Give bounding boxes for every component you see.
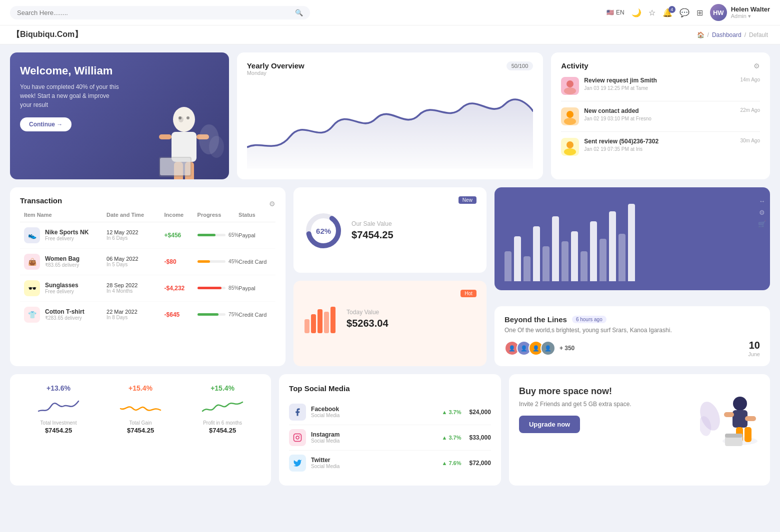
- home-icon[interactable]: 🏠: [697, 31, 704, 38]
- item-icon-2: 🕶️: [24, 280, 40, 296]
- transaction-settings-icon[interactable]: ⚙: [269, 200, 276, 208]
- search-box[interactable]: 🔍: [10, 6, 310, 19]
- activity-text-0: Review request jim Smith Jan 03 19 12:25…: [584, 77, 735, 91]
- date-main-1: 06 May 2022: [106, 256, 164, 262]
- income-0: +$456: [164, 232, 198, 239]
- stat-chart-2: [184, 396, 261, 416]
- search-input[interactable]: [17, 9, 291, 16]
- chart-icon-2[interactable]: ⚙: [759, 209, 765, 216]
- stat-value-1: $7454.25: [102, 427, 179, 434]
- status-1: Credit Card: [238, 259, 272, 265]
- beyond-title: Beyond the Lines: [504, 315, 567, 324]
- avatar: HW: [710, 4, 727, 21]
- item-sub-0: Free delivery: [45, 236, 88, 241]
- today-value: $5263.04: [346, 318, 388, 329]
- welcome-illustration: [144, 99, 224, 179]
- stat-label-2: Profit in 6 months: [184, 420, 261, 426]
- status-3: Credit Card: [238, 312, 272, 318]
- hot-badge: Hot: [460, 290, 476, 297]
- stat-item-1: +15.4% Total Gain $7454.25: [102, 384, 179, 434]
- activity-thumb-0: [561, 77, 579, 95]
- activity-item-2: Sent review (504)236-7302 Jan 02 19 07:3…: [561, 138, 760, 156]
- today-mini-chart: [304, 304, 338, 334]
- continue-button[interactable]: Continue →: [20, 117, 72, 131]
- activity-text-1: New contact added Jan 02 19 03:10 PM at …: [584, 107, 735, 122]
- activity-settings-icon[interactable]: ⚙: [754, 62, 760, 70]
- date-month: June: [748, 351, 760, 357]
- date-sub-2: In 4 Months: [106, 288, 164, 294]
- notification-btn[interactable]: 🔔 4: [662, 8, 672, 17]
- progress-2: 85%: [198, 285, 239, 291]
- activity-time-0: 14m Ago: [740, 77, 760, 82]
- stat-chart-1: [102, 396, 179, 416]
- col-date: Date and Time: [106, 212, 164, 218]
- nav-icons: 🇺🇸 EN 🌙 ☆ 🔔 4 💬 ⊞ HW Helen Walter Admin …: [606, 4, 770, 21]
- ig-amount: $33,000: [470, 434, 491, 441]
- facebook-icon: [289, 404, 306, 421]
- yearly-chart: [247, 83, 534, 169]
- activity-item-1: New contact added Jan 02 19 03:10 PM at …: [561, 107, 760, 132]
- fb-growth: ▲ 3.7%: [442, 409, 461, 415]
- activity-time-2: 30m Ago: [740, 138, 760, 143]
- user-profile[interactable]: HW Helen Walter Admin ▾: [710, 4, 770, 21]
- activity-time-1: 22m Ago: [740, 107, 760, 113]
- item-name-3: Cotton T-shirt: [45, 308, 84, 315]
- twitter-icon: [289, 455, 306, 472]
- svg-point-16: [564, 118, 576, 125]
- table-row: 👜 Women Bag ₹83.65 delivery 06 May 2022 …: [20, 249, 276, 275]
- item-info-0: 👟 Nike Sports NK Free delivery: [24, 227, 106, 243]
- item-name-2: Sunglasses: [45, 282, 78, 289]
- bar-chart-inner: [504, 201, 760, 281]
- svg-rect-34: [744, 427, 752, 442]
- chart-icon-1[interactable]: ↔: [758, 197, 765, 205]
- breadcrumb-dashboard[interactable]: Dashboard: [712, 31, 742, 38]
- stat-pct-0: +13.6%: [20, 384, 97, 392]
- upgrade-button[interactable]: Upgrade now: [519, 416, 580, 433]
- language-selector[interactable]: 🇺🇸 EN: [606, 9, 624, 16]
- today-label: Today Value: [346, 309, 388, 316]
- chat-btn[interactable]: 💬: [680, 8, 690, 17]
- yearly-title: Yearly Overview: [247, 61, 304, 70]
- bookmark-btn[interactable]: ☆: [648, 8, 656, 17]
- theme-toggle-btn[interactable]: 🌙: [632, 8, 642, 17]
- mid-row: Transaction ⚙ Item Name Date and Time In…: [10, 187, 770, 366]
- fullscreen-btn[interactable]: ⊞: [696, 8, 703, 17]
- sale-label: Our Sale Value: [352, 220, 393, 227]
- svg-point-7: [178, 116, 182, 119]
- today-value-card: Hot Today Value $5263.04: [294, 281, 486, 366]
- avatar-3: 👤: [540, 341, 556, 356]
- transaction-card: Transaction ⚙ Item Name Date and Time In…: [10, 187, 286, 366]
- bar-chart-card: ↔ ⚙ 🛒: [494, 187, 770, 290]
- table-row: 👟 Nike Sports NK Free delivery 12 May 20…: [20, 222, 276, 249]
- activity-detail-1: Jan 02 19 03:10 PM at Fresno: [584, 116, 652, 121]
- svg-rect-31: [724, 412, 734, 417]
- col-progress: Progress: [198, 212, 239, 218]
- progress-0: 65%: [198, 232, 239, 238]
- col-status: Status: [238, 212, 272, 218]
- col-income: Income: [164, 212, 198, 218]
- flag-icon: 🇺🇸: [606, 9, 614, 16]
- activity-title-0: Review request jim Smith: [584, 77, 735, 84]
- bottom-row: +13.6% Total Investment $7454.25 +15.4%: [10, 374, 770, 486]
- progress-1: 45%: [198, 259, 239, 264]
- svg-point-8: [186, 116, 190, 119]
- item-sub-1: ₹83.65 delivery: [45, 262, 80, 268]
- tw-growth: ▲ 7.6%: [442, 460, 461, 466]
- item-sub-2: Free delivery: [45, 289, 78, 294]
- date-main-3: 22 Mar 2022: [106, 309, 164, 315]
- social-row-1: Instagram Social Media ▲ 3.7% $33,000: [289, 425, 491, 451]
- svg-point-15: [566, 111, 574, 118]
- beyond-time-badge: 6 hours ago: [572, 316, 606, 323]
- item-info-2: 🕶️ Sunglasses Free delivery: [24, 280, 106, 296]
- stat-pct-2: +15.4%: [184, 384, 261, 392]
- item-info-3: 👕 Cotton T-shirt ₹283.65 delivery: [24, 307, 106, 323]
- donut-label: 62%: [316, 226, 331, 235]
- social-info-2: Twitter Social Media: [311, 457, 436, 469]
- social-title: Top Social Media: [289, 384, 491, 393]
- breadcrumb-default: Default: [749, 31, 768, 38]
- item-name-0: Nike Sports NK: [45, 229, 88, 236]
- income-3: -$645: [164, 311, 198, 318]
- chart-icon-3[interactable]: 🛒: [758, 220, 766, 228]
- stat-label-0: Total Investment: [20, 420, 97, 426]
- activity-card: Activity ⚙ Review request jim Smith Jan …: [551, 52, 770, 179]
